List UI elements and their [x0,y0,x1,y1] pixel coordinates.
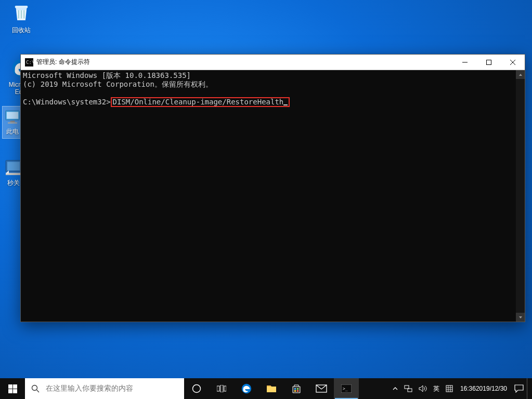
icon-label: 回收站 [2,26,41,35]
recycle-bin-icon [10,2,32,24]
svg-rect-18 [217,386,219,391]
svg-rect-23 [297,388,299,390]
taskbar-mail[interactable] [309,378,334,399]
network-icon [404,385,412,392]
text-cursor [283,104,288,105]
taskbar-cmd[interactable]: >_ [334,378,359,399]
svg-rect-15 [13,389,17,393]
clock-date: 2019/12/30 [476,385,507,392]
terminal-icon: >_ [341,384,352,393]
task-view-button[interactable] [209,378,234,399]
desktop-icon-this-pc[interactable]: 此电 [2,106,23,139]
icon-label: 此电 [3,127,22,136]
typed-command: DISM/Online/Cleanup-image/RestoreHealth [113,98,284,106]
notification-icon [514,384,524,393]
svg-rect-31 [446,385,452,392]
svg-rect-29 [405,385,409,389]
svg-rect-12 [8,384,12,389]
cortana-button[interactable] [184,378,209,399]
ime-pad-icon [446,385,453,392]
tray-ime-pad[interactable] [443,378,456,399]
terminal-output[interactable]: Microsoft Windows [版本 10.0.18363.535] (c… [21,70,516,322]
svg-rect-4 [10,121,15,123]
taskbar-search[interactable]: 在这里输入你要搜索的内容 [25,378,184,399]
svg-rect-11 [487,60,491,64]
svg-rect-13 [13,384,17,389]
computer-icon [3,109,22,125]
svg-rect-3 [7,112,19,119]
show-desktop-button[interactable] [527,378,530,399]
svg-point-16 [32,385,37,391]
minimize-button[interactable] [453,55,477,70]
mail-icon [316,384,327,393]
store-icon [291,383,302,394]
close-button[interactable] [501,55,525,70]
taskbar: 在这里输入你要搜索的内容 >_ 英 16:36 2019/12/30 [0,378,532,399]
tray-overflow[interactable] [390,378,401,399]
chevron-up-icon [393,386,398,391]
pinned-apps: >_ [184,378,359,399]
svg-rect-24 [294,390,296,392]
window-title: 管理员: 命令提示符 [36,58,90,66]
svg-rect-14 [8,389,12,393]
svg-rect-0 [15,6,28,8]
tray-clock[interactable]: 16:36 2019/12/30 [456,378,511,399]
command-highlight: DISM/Online/Cleanup-image/RestoreHealth [111,97,290,107]
taskbar-edge[interactable] [234,378,259,399]
svg-rect-7 [7,162,20,171]
svg-rect-5 [8,123,17,124]
tray-volume[interactable] [416,378,430,399]
tray-ime[interactable]: 英 [430,378,443,399]
edge-icon [241,383,252,394]
system-tray: 英 16:36 2019/12/30 [390,378,532,399]
taskbar-explorer[interactable] [259,378,284,399]
svg-text:>_: >_ [343,387,348,391]
scroll-down-button[interactable] [516,313,525,322]
prompt-text: C:\Windows\system32> [23,98,111,106]
tray-network[interactable] [401,378,416,399]
scroll-up-button[interactable] [516,70,525,79]
version-line: Microsoft Windows [版本 10.0.18363.535] [23,71,191,79]
svg-point-17 [193,385,201,393]
task-view-icon [217,385,226,392]
action-center[interactable] [511,378,527,399]
vertical-scrollbar[interactable] [516,70,525,322]
speaker-icon [419,385,427,392]
titlebar[interactable]: C:\ 管理员: 命令提示符 [21,55,525,70]
svg-text:C:\: C:\ [26,60,33,65]
maximize-button[interactable] [477,55,501,70]
svg-rect-25 [297,390,299,392]
cmd-body[interactable]: Microsoft Windows [版本 10.0.18363.535] (c… [21,70,525,322]
windows-logo-icon [8,384,17,393]
svg-rect-20 [224,386,226,391]
desktop-icon-recycle-bin[interactable]: 回收站 [2,2,41,35]
svg-rect-30 [408,389,412,392]
svg-rect-22 [294,388,296,390]
svg-rect-19 [220,385,223,392]
cmd-window: C:\ 管理员: 命令提示符 Microsoft Windows [版本 10.… [20,54,525,322]
taskbar-store[interactable] [284,378,309,399]
cortana-icon [192,384,201,393]
search-placeholder: 在这里输入你要搜索的内容 [46,384,133,393]
search-icon [25,384,46,393]
scroll-thumb[interactable] [516,79,525,313]
folder-icon [266,384,277,393]
cmd-app-icon: C:\ [25,58,33,66]
start-button[interactable] [0,378,25,399]
copyright-line: (c) 2019 Microsoft Corporation。保留所有权利。 [23,80,213,88]
clock-time: 16:36 [460,385,476,392]
